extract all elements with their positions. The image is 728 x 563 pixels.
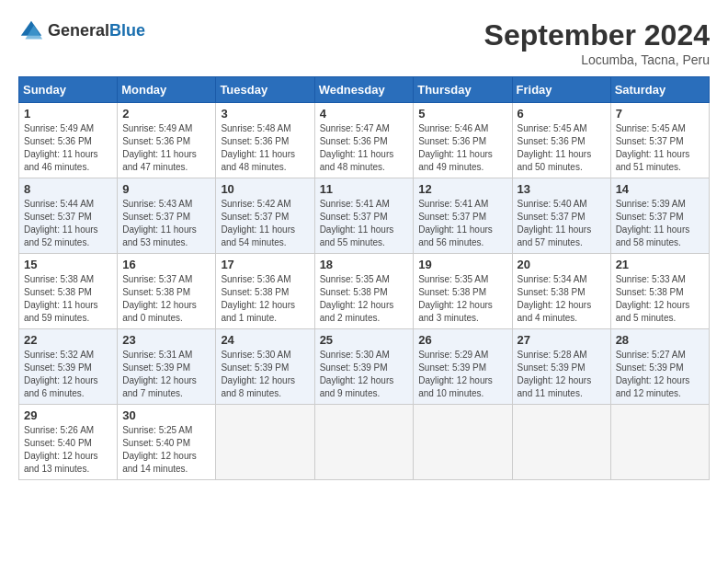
logo-blue-text: Blue <box>109 21 145 40</box>
day-info: Sunrise: 5:46 AM Sunset: 5:36 PM Dayligh… <box>418 122 506 174</box>
day-number: 12 <box>418 182 506 196</box>
calendar-cell <box>414 405 512 480</box>
day-number: 5 <box>418 107 506 121</box>
location-subtitle: Locumba, Tacna, Peru <box>484 52 710 67</box>
day-number: 15 <box>24 258 112 271</box>
day-number: 17 <box>221 258 309 271</box>
calendar-cell: 15Sunrise: 5:38 AM Sunset: 5:38 PM Dayli… <box>19 254 118 329</box>
day-info: Sunrise: 5:36 AM Sunset: 5:38 PM Dayligh… <box>221 273 309 325</box>
day-number: 8 <box>24 182 112 196</box>
calendar-cell: 4Sunrise: 5:47 AM Sunset: 5:36 PM Daylig… <box>314 103 414 178</box>
calendar-cell: 8Sunrise: 5:44 AM Sunset: 5:37 PM Daylig… <box>19 178 118 254</box>
day-number: 7 <box>616 107 704 121</box>
day-info: Sunrise: 5:49 AM Sunset: 5:36 PM Dayligh… <box>24 122 112 174</box>
day-info: Sunrise: 5:37 AM Sunset: 5:38 PM Dayligh… <box>122 273 210 325</box>
calendar-cell: 16Sunrise: 5:37 AM Sunset: 5:38 PM Dayli… <box>118 254 216 329</box>
logo-icon <box>18 18 44 44</box>
day-info: Sunrise: 5:31 AM Sunset: 5:39 PM Dayligh… <box>122 349 210 400</box>
calendar-cell: 13Sunrise: 5:40 AM Sunset: 5:37 PM Dayli… <box>512 178 610 254</box>
col-saturday: Saturday <box>610 77 709 103</box>
col-tuesday: Tuesday <box>216 77 314 103</box>
day-number: 23 <box>122 333 210 347</box>
calendar-cell: 2Sunrise: 5:49 AM Sunset: 5:36 PM Daylig… <box>118 103 216 178</box>
day-info: Sunrise: 5:35 AM Sunset: 5:38 PM Dayligh… <box>320 273 409 325</box>
calendar-cell: 17Sunrise: 5:36 AM Sunset: 5:38 PM Dayli… <box>216 254 314 329</box>
day-number: 26 <box>418 333 506 347</box>
day-info: Sunrise: 5:40 AM Sunset: 5:37 PM Dayligh… <box>518 198 606 249</box>
day-number: 9 <box>122 182 210 196</box>
day-info: Sunrise: 5:47 AM Sunset: 5:36 PM Dayligh… <box>320 122 409 174</box>
day-info: Sunrise: 5:45 AM Sunset: 5:36 PM Dayligh… <box>518 122 606 174</box>
day-number: 24 <box>221 333 309 347</box>
calendar-cell: 9Sunrise: 5:43 AM Sunset: 5:37 PM Daylig… <box>118 178 216 254</box>
day-info: Sunrise: 5:29 AM Sunset: 5:39 PM Dayligh… <box>418 349 506 400</box>
day-info: Sunrise: 5:27 AM Sunset: 5:39 PM Dayligh… <box>616 349 704 400</box>
day-number: 4 <box>320 107 409 121</box>
calendar-cell: 14Sunrise: 5:39 AM Sunset: 5:37 PM Dayli… <box>610 178 709 254</box>
day-number: 13 <box>518 182 606 196</box>
calendar-week-row: 15Sunrise: 5:38 AM Sunset: 5:38 PM Dayli… <box>19 254 710 329</box>
calendar-cell: 1Sunrise: 5:49 AM Sunset: 5:36 PM Daylig… <box>19 103 118 178</box>
day-number: 16 <box>122 258 210 271</box>
calendar-cell: 27Sunrise: 5:28 AM Sunset: 5:39 PM Dayli… <box>512 329 610 405</box>
day-info: Sunrise: 5:25 AM Sunset: 5:40 PM Dayligh… <box>122 424 210 476</box>
day-number: 19 <box>418 258 506 271</box>
day-info: Sunrise: 5:30 AM Sunset: 5:39 PM Dayligh… <box>320 349 409 400</box>
calendar-cell: 6Sunrise: 5:45 AM Sunset: 5:36 PM Daylig… <box>512 103 610 178</box>
day-number: 14 <box>616 182 704 196</box>
calendar-header-row: Sunday Monday Tuesday Wednesday Thursday… <box>19 77 710 103</box>
calendar-cell: 18Sunrise: 5:35 AM Sunset: 5:38 PM Dayli… <box>314 254 414 329</box>
day-info: Sunrise: 5:48 AM Sunset: 5:36 PM Dayligh… <box>221 122 309 174</box>
day-info: Sunrise: 5:35 AM Sunset: 5:38 PM Dayligh… <box>418 273 506 325</box>
day-info: Sunrise: 5:32 AM Sunset: 5:39 PM Dayligh… <box>24 349 112 400</box>
page-header: GeneralBlue September 2024 Locumba, Tacn… <box>18 18 710 67</box>
calendar-table: Sunday Monday Tuesday Wednesday Thursday… <box>18 76 710 480</box>
calendar-cell: 29Sunrise: 5:26 AM Sunset: 5:40 PM Dayli… <box>19 405 118 480</box>
day-number: 29 <box>24 408 112 422</box>
day-number: 10 <box>221 182 309 196</box>
day-info: Sunrise: 5:26 AM Sunset: 5:40 PM Dayligh… <box>24 424 112 476</box>
calendar-week-row: 22Sunrise: 5:32 AM Sunset: 5:39 PM Dayli… <box>19 329 710 405</box>
col-friday: Friday <box>512 77 610 103</box>
day-number: 6 <box>518 107 606 121</box>
calendar-cell: 7Sunrise: 5:45 AM Sunset: 5:37 PM Daylig… <box>610 103 709 178</box>
calendar-cell <box>610 405 709 480</box>
calendar-cell <box>314 405 414 480</box>
day-info: Sunrise: 5:38 AM Sunset: 5:38 PM Dayligh… <box>24 273 112 325</box>
day-info: Sunrise: 5:43 AM Sunset: 5:37 PM Dayligh… <box>122 198 210 249</box>
day-number: 27 <box>518 333 606 347</box>
day-info: Sunrise: 5:41 AM Sunset: 5:37 PM Dayligh… <box>320 198 409 249</box>
day-number: 30 <box>122 408 210 422</box>
day-info: Sunrise: 5:34 AM Sunset: 5:38 PM Dayligh… <box>518 273 606 325</box>
calendar-cell: 24Sunrise: 5:30 AM Sunset: 5:39 PM Dayli… <box>216 329 314 405</box>
calendar-cell: 22Sunrise: 5:32 AM Sunset: 5:39 PM Dayli… <box>19 329 118 405</box>
calendar-cell: 26Sunrise: 5:29 AM Sunset: 5:39 PM Dayli… <box>414 329 512 405</box>
day-number: 2 <box>122 107 210 121</box>
calendar-week-row: 1Sunrise: 5:49 AM Sunset: 5:36 PM Daylig… <box>19 103 710 178</box>
col-monday: Monday <box>118 77 216 103</box>
col-sunday: Sunday <box>19 77 118 103</box>
day-info: Sunrise: 5:42 AM Sunset: 5:37 PM Dayligh… <box>221 198 309 249</box>
logo-general-text: General <box>48 21 109 40</box>
calendar-cell: 23Sunrise: 5:31 AM Sunset: 5:39 PM Dayli… <box>118 329 216 405</box>
month-year-title: September 2024 <box>484 18 710 52</box>
calendar-week-row: 29Sunrise: 5:26 AM Sunset: 5:40 PM Dayli… <box>19 405 710 480</box>
day-info: Sunrise: 5:28 AM Sunset: 5:39 PM Dayligh… <box>518 349 606 400</box>
calendar-cell: 20Sunrise: 5:34 AM Sunset: 5:38 PM Dayli… <box>512 254 610 329</box>
calendar-cell: 25Sunrise: 5:30 AM Sunset: 5:39 PM Dayli… <box>314 329 414 405</box>
calendar-cell <box>216 405 314 480</box>
day-number: 25 <box>320 333 409 347</box>
calendar-cell: 3Sunrise: 5:48 AM Sunset: 5:36 PM Daylig… <box>216 103 314 178</box>
day-number: 22 <box>24 333 112 347</box>
calendar-cell: 5Sunrise: 5:46 AM Sunset: 5:36 PM Daylig… <box>414 103 512 178</box>
day-info: Sunrise: 5:30 AM Sunset: 5:39 PM Dayligh… <box>221 349 309 400</box>
calendar-cell: 10Sunrise: 5:42 AM Sunset: 5:37 PM Dayli… <box>216 178 314 254</box>
day-number: 1 <box>24 107 112 121</box>
calendar-cell: 30Sunrise: 5:25 AM Sunset: 5:40 PM Dayli… <box>118 405 216 480</box>
calendar-cell: 28Sunrise: 5:27 AM Sunset: 5:39 PM Dayli… <box>610 329 709 405</box>
day-info: Sunrise: 5:39 AM Sunset: 5:37 PM Dayligh… <box>616 198 704 249</box>
day-number: 3 <box>221 107 309 121</box>
title-block: September 2024 Locumba, Tacna, Peru <box>484 18 710 67</box>
day-number: 20 <box>518 258 606 271</box>
calendar-cell: 12Sunrise: 5:41 AM Sunset: 5:37 PM Dayli… <box>414 178 512 254</box>
